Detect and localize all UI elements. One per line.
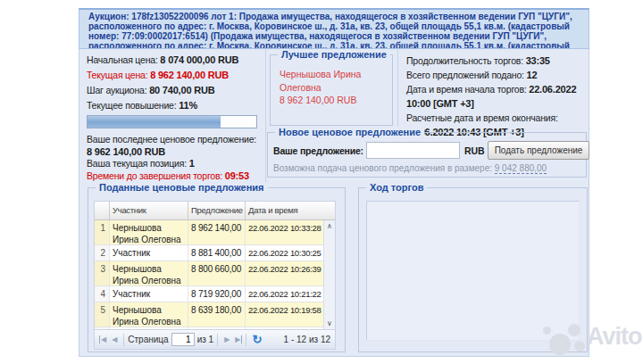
column-header-num[interactable]	[95, 202, 110, 219]
best-offer-legend: Лучшее предложение	[278, 49, 390, 60]
increase-label: Текущее повышение:	[87, 100, 176, 111]
auction-title-banner: Аукцион: 178fz13052200096 лот 1: Продажа…	[79, 8, 589, 49]
row-participant: Чернышова Ирина Олеговна	[110, 220, 188, 244]
time-left-value: 09:53	[225, 170, 249, 181]
row-bid: 8 881 400,00	[188, 245, 246, 261]
row-num: 2	[95, 245, 110, 261]
best-offer-name-line1: Чернышова Ирина	[280, 68, 383, 81]
row-bid: 8 639 180,00	[188, 302, 246, 327]
column-header-datetime[interactable]: Дата и время	[246, 202, 323, 219]
page-label: Страница	[128, 335, 168, 344]
column-header-participant[interactable]: Участник	[110, 202, 188, 219]
column-header-bid[interactable]: Предложение	[188, 202, 246, 219]
duration-label: Продолжительность торгов:	[406, 55, 523, 66]
table-row[interactable]: 1 Чернышова Ирина Олеговна 8 962 140,00 …	[95, 220, 335, 245]
duration-line: Продолжительность торгов: 33:35	[406, 54, 587, 68]
current-price-value: 8 962 140,00 RUB	[150, 70, 229, 80]
pager-separator	[246, 334, 246, 346]
auction-main-panel: Начальная цена: 8 074 000,00 RUB Текущая…	[79, 49, 589, 357]
table-row[interactable]: 3 Чернышова Ирина Олеговна 8 800 660,00 …	[95, 261, 335, 286]
last-page-button[interactable]: ▶	[232, 335, 242, 343]
row-datetime: 22.06.2022 10:33:28	[246, 220, 323, 244]
bid-amount-input[interactable]	[366, 142, 460, 159]
row-bid: 8 800 660,00	[188, 261, 246, 285]
row-datetime: 22.06.2022 10:21:22	[246, 286, 323, 302]
current-price-label: Текущая цена:	[87, 70, 147, 80]
best-offer-fieldset: Лучшее предложение Чернышова Ирина Олего…	[270, 54, 393, 126]
position-value: 1	[189, 158, 195, 169]
start-price-label: Начальная цена:	[87, 54, 158, 65]
last-bid-label: Ваше последнее ценовое предложение:	[87, 134, 258, 146]
bids-table-header: Участник Предложение Дата и время	[95, 202, 335, 220]
possible-bid-amount-link[interactable]: 9 042 880,00	[495, 163, 547, 174]
submit-bid-button[interactable]: Подать предложение	[488, 141, 590, 160]
auction-progress-bar	[87, 115, 257, 128]
new-bid-fieldset: Новое ценовое предложение Ваше предложен…	[267, 132, 587, 178]
refresh-icon[interactable]: ↻	[252, 334, 262, 345]
auction-page: Аукцион: 178fz13052200096 лот 1: Продажа…	[0, 0, 643, 364]
table-row[interactable]: 5 Чернышова Ирина Олеговна 8 639 180,00 …	[95, 302, 335, 327]
table-row[interactable]: 2 Участник 8 881 400,00 22.06.2022 10:30…	[95, 245, 335, 261]
currency-label: RUB	[464, 145, 485, 156]
page-of-label: из 1	[197, 335, 214, 344]
last-bid-value: 8 962 140,00 RUB	[87, 146, 258, 159]
row-bid: 8 719 920,00	[188, 286, 246, 302]
trade-log-content	[366, 201, 580, 341]
time-left-label: Времени до завершения торгов:	[87, 170, 222, 181]
best-offer-amount: 8 962 140,00 RUB	[280, 94, 383, 107]
row-datetime: 22.06.2022 10:19:58	[246, 302, 323, 327]
total-bids-value: 12	[527, 70, 538, 80]
pagination-toolbar: ◀ ◀ Страница из 1 ▶ ▶ ↻ 1 - 12 из 12	[94, 329, 336, 350]
pagination-range-label: 1 - 12 из 12	[284, 335, 330, 344]
time-left-line: Времени до завершения торгов: 09:53	[87, 170, 258, 183]
total-bids-label: Всего предложений подано:	[406, 70, 524, 80]
start-datetime-line: Дата и время начала торгов: 22.06.2022 1…	[406, 82, 587, 111]
first-page-button[interactable]: ◀	[99, 335, 109, 343]
start-datetime-label: Дата и время начала торгов:	[406, 84, 527, 95]
auction-step-value: 80 740,00 RUB	[149, 85, 214, 95]
best-offer-body: Чернышова Ирина Олеговна 8 962 140,00 RU…	[271, 55, 392, 107]
row-participant: Участник	[110, 286, 188, 302]
prev-page-button[interactable]: ◀	[109, 335, 120, 343]
page-number-input[interactable]	[171, 333, 195, 346]
trade-log-fieldset: Ход торгов	[358, 187, 588, 352]
row-participant: Чернышова Ирина Олеговна	[110, 302, 188, 327]
pager-separator	[217, 334, 218, 346]
possible-bid-hint: Возможна подача ценового предложения в р…	[268, 160, 586, 173]
row-datetime: 22.06.2022 10:30:25	[246, 245, 323, 261]
row-num: 1	[95, 220, 110, 244]
increase-line: Текущее повышение: 11%	[87, 100, 258, 112]
scroll-up-icon[interactable]: ∧	[324, 222, 335, 230]
row-datetime: 22.06.2022 10:26:39	[246, 261, 323, 285]
avito-watermark-text: Avito	[587, 323, 642, 351]
possible-bid-hint-text: Возможна подача ценового предложения в р…	[273, 163, 495, 173]
scroll-down-icon[interactable]: ∨	[324, 319, 335, 327]
total-bids-line: Всего предложений подано: 12	[406, 68, 587, 82]
pager-separator	[123, 334, 124, 346]
progress-fill	[88, 116, 221, 128]
bids-table: Участник Предложение Дата и время 1 Черн…	[94, 201, 336, 330]
position-line: Ваша текущая позиция: 1	[87, 158, 258, 170]
end-datetime-label: Расчетные дата и время окончания:	[406, 112, 558, 123]
increase-value: 11%	[179, 100, 197, 111]
start-price-line: Начальная цена: 8 074 000,00 RUB	[87, 54, 258, 66]
start-price-value: 8 074 000,00 RUB	[160, 54, 238, 65]
duration-value: 33:35	[526, 55, 550, 66]
next-page-button[interactable]: ▶	[221, 335, 232, 343]
row-participant: Чернышова Ирина Олеговна	[110, 261, 188, 285]
submitted-bids-legend: Поданные ценовые предложения	[96, 182, 268, 193]
price-info-panel: Начальная цена: 8 074 000,00 RUB Текущая…	[79, 49, 266, 184]
trade-log-legend: Ход торгов	[366, 182, 427, 193]
your-bid-label: Ваше предложение:	[273, 145, 363, 156]
position-label: Ваша текущая позиция:	[87, 158, 187, 169]
auction-step-line: Шаг аукциона: 80 740,00 RUB	[87, 85, 258, 96]
table-scrollbar[interactable]: ∧ ∨	[323, 220, 335, 329]
current-price-line: Текущая цена: 8 962 140,00 RUB	[87, 70, 258, 81]
row-participant: Участник	[110, 245, 188, 261]
row-num: 5	[95, 302, 110, 327]
table-row[interactable]: 4 Участник 8 719 920,00 22.06.2022 10:21…	[95, 286, 335, 302]
bids-table-body: 1 Чернышова Ирина Олеговна 8 962 140,00 …	[95, 220, 335, 329]
row-bid: 8 962 140,00	[188, 220, 246, 244]
new-bid-legend: Новое ценовое предложение	[275, 127, 424, 137]
best-offer-name-line2: Олеговна	[280, 81, 383, 95]
